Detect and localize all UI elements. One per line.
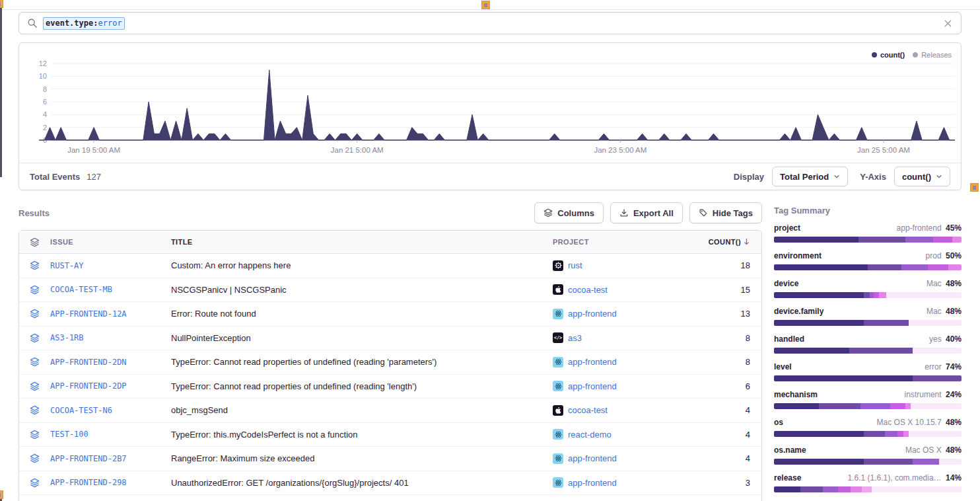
svg-text:Jan 25 5:00 AM: Jan 25 5:00 AM bbox=[857, 146, 910, 154]
selection-handle-bottom-left[interactable] bbox=[0, 490, 3, 499]
count-value: 4 bbox=[689, 405, 761, 415]
issue-stack-icon[interactable] bbox=[19, 260, 50, 270]
tag-bar-segment bbox=[774, 320, 864, 326]
project-cell[interactable]: app-frontend bbox=[553, 357, 689, 367]
display-dropdown[interactable]: Total Period bbox=[772, 167, 848, 186]
svg-text:Jan 23 5:00 AM: Jan 23 5:00 AM bbox=[594, 146, 647, 154]
project-link[interactable]: cocoa-test bbox=[568, 405, 608, 415]
search-bar[interactable]: event.type:error bbox=[18, 12, 962, 34]
selection-handle-right-middle[interactable] bbox=[970, 183, 979, 192]
project-cell[interactable]: </>as3 bbox=[553, 332, 689, 343]
issue-link[interactable]: TEST-100 bbox=[50, 430, 88, 439]
project-cell[interactable]: react-demo bbox=[553, 429, 689, 440]
tag-distribution-bar[interactable] bbox=[774, 486, 962, 492]
header-title[interactable]: TITLE bbox=[171, 238, 553, 246]
issue-stack-icon[interactable] bbox=[19, 453, 50, 463]
project-cell[interactable]: cocoa-test bbox=[553, 284, 689, 295]
selection-handle-top-left[interactable] bbox=[0, 0, 3, 8]
tag-distribution-bar[interactable] bbox=[774, 375, 962, 381]
tag-distribution-bar[interactable] bbox=[774, 264, 962, 270]
project-link[interactable]: app-frontend bbox=[568, 453, 617, 463]
tag-bar-segment bbox=[864, 459, 913, 465]
issue-stack-icon[interactable] bbox=[19, 285, 50, 295]
hide-tags-button-label: Hide Tags bbox=[713, 208, 753, 218]
tag-percentage: 14% bbox=[946, 473, 962, 482]
project-cell[interactable]: app-frontend bbox=[553, 381, 689, 391]
events-area-chart[interactable]: 024681012Jan 19 5:00 AMJan 21 5:00 AMJan… bbox=[19, 43, 961, 164]
tag-percentage: 48% bbox=[946, 279, 962, 288]
tag-bar-segment bbox=[849, 348, 913, 354]
table-row: APP-FRONTEND-298 UnauthorizedError: GET … bbox=[19, 471, 761, 496]
issue-title: Custom: An error happens here bbox=[171, 260, 553, 270]
issue-stack-icon[interactable] bbox=[19, 333, 50, 343]
tag-distribution-bar[interactable] bbox=[774, 237, 962, 243]
project-link[interactable]: app-frontend bbox=[568, 478, 617, 488]
issue-link[interactable]: APP-FRONTEND-2DP bbox=[50, 381, 127, 391]
tag-name: os bbox=[774, 418, 783, 427]
issue-link[interactable]: RUST-AY bbox=[50, 261, 84, 270]
issue-stack-icon[interactable] bbox=[19, 478, 50, 488]
header-stack-icon[interactable] bbox=[19, 237, 50, 247]
tag-summary-item: handled yes 40% bbox=[774, 334, 962, 354]
tag-bar-segment bbox=[901, 264, 928, 270]
tag-bar-segment bbox=[879, 292, 886, 298]
project-link[interactable]: rust bbox=[568, 260, 582, 270]
y-axis-dropdown[interactable]: count() bbox=[894, 167, 950, 186]
tag-bar-segment bbox=[872, 486, 962, 492]
tag-top-value: Mac bbox=[927, 279, 944, 288]
project-cell[interactable]: app-frontend bbox=[553, 477, 689, 488]
project-link[interactable]: app-frontend bbox=[568, 309, 617, 319]
issue-link[interactable]: COCOA-TEST-N6 bbox=[50, 406, 112, 415]
search-query-token[interactable]: event.type:error bbox=[43, 17, 125, 30]
export-all-button[interactable]: Export All bbox=[610, 202, 683, 223]
selection-handle-top-center[interactable] bbox=[481, 1, 490, 9]
tag-distribution-bar[interactable] bbox=[774, 403, 962, 409]
tag-distribution-bar[interactable] bbox=[774, 459, 962, 465]
y-axis-label: Y-Axis bbox=[860, 172, 886, 182]
tag-bar-segment bbox=[913, 375, 962, 381]
issue-stack-icon[interactable] bbox=[19, 430, 50, 440]
issue-link[interactable]: AS3-1RB bbox=[50, 333, 84, 342]
issue-link[interactable]: APP-FRONTEND-2B7 bbox=[50, 454, 127, 463]
legend-item-count[interactable]: count() bbox=[872, 51, 905, 59]
tag-bar-segment bbox=[911, 403, 962, 409]
project-link[interactable]: react-demo bbox=[568, 430, 612, 440]
clear-search-icon[interactable] bbox=[943, 19, 953, 28]
hide-tags-button[interactable]: Hide Tags bbox=[689, 202, 762, 223]
project-link[interactable]: as3 bbox=[568, 333, 582, 343]
issue-stack-icon[interactable] bbox=[19, 381, 50, 391]
tag-distribution-bar[interactable] bbox=[774, 320, 962, 326]
count-value: 6 bbox=[689, 381, 761, 391]
issue-link[interactable]: APP-FRONTEND-12A bbox=[50, 309, 127, 319]
tag-percentage: 74% bbox=[946, 362, 962, 371]
issue-link[interactable]: APP-FRONTEND-298 bbox=[50, 478, 127, 487]
header-project[interactable]: PROJECT bbox=[553, 238, 689, 246]
issue-stack-icon[interactable] bbox=[19, 309, 50, 319]
tag-top-value: error bbox=[925, 362, 944, 371]
table-row: TEST-100 TypeError: this.myCodeIsPerfect… bbox=[19, 423, 761, 447]
tag-bar-segment bbox=[858, 237, 905, 243]
issue-link[interactable]: COCOA-TEST-MB bbox=[50, 285, 112, 294]
issue-stack-icon[interactable] bbox=[19, 405, 50, 415]
tag-summary-title: Tag Summary bbox=[774, 206, 962, 215]
project-cell[interactable]: rust bbox=[553, 260, 689, 271]
tag-top-value: yes bbox=[929, 334, 944, 344]
tag-distribution-bar[interactable] bbox=[774, 348, 962, 354]
header-count[interactable]: COUNT() bbox=[689, 238, 761, 246]
tag-bar-segment bbox=[774, 292, 864, 298]
tag-distribution-bar[interactable] bbox=[774, 431, 962, 437]
issue-stack-icon[interactable] bbox=[19, 357, 50, 367]
project-link[interactable]: cocoa-test bbox=[568, 285, 608, 295]
svg-text:6: 6 bbox=[43, 98, 47, 106]
project-link[interactable]: app-frontend bbox=[568, 357, 617, 367]
project-link[interactable]: app-frontend bbox=[568, 381, 617, 391]
issue-link[interactable]: APP-FRONTEND-2DN bbox=[50, 358, 127, 367]
project-cell[interactable]: app-frontend bbox=[553, 309, 689, 319]
tag-distribution-bar[interactable] bbox=[774, 292, 962, 298]
header-issue[interactable]: ISSUE bbox=[50, 238, 171, 246]
project-cell[interactable]: cocoa-test bbox=[553, 405, 689, 416]
columns-button[interactable]: Columns bbox=[534, 202, 604, 223]
legend-item-releases[interactable]: Releases bbox=[913, 51, 952, 59]
project-cell[interactable]: app-frontend bbox=[553, 453, 689, 464]
tag-summary-item: level error 74% bbox=[774, 362, 962, 381]
